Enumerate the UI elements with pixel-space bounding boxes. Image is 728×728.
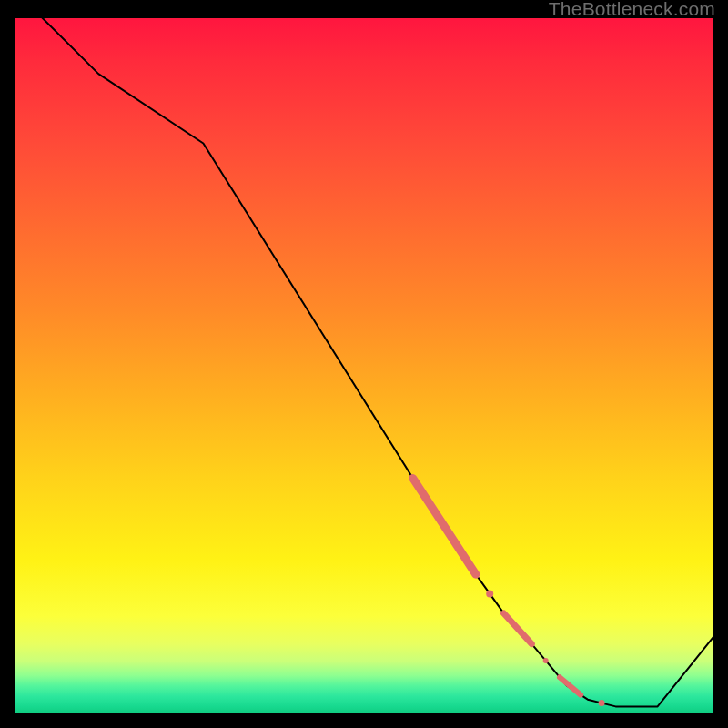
highlight-dot bbox=[543, 658, 549, 663]
highlight-segment bbox=[504, 613, 532, 644]
highlight-markers bbox=[413, 479, 605, 706]
highlight-segment bbox=[560, 677, 581, 694]
watermark-text: TheBottleneck.com bbox=[549, 0, 715, 20]
highlight-dot bbox=[599, 700, 605, 706]
chart-frame: TheBottleneck.com bbox=[0, 0, 728, 728]
plot-area bbox=[15, 18, 713, 713]
plot-svg bbox=[15, 18, 713, 713]
bottleneck-curve bbox=[15, 18, 713, 706]
highlight-dot bbox=[486, 591, 493, 598]
highlight-segment bbox=[413, 479, 476, 575]
